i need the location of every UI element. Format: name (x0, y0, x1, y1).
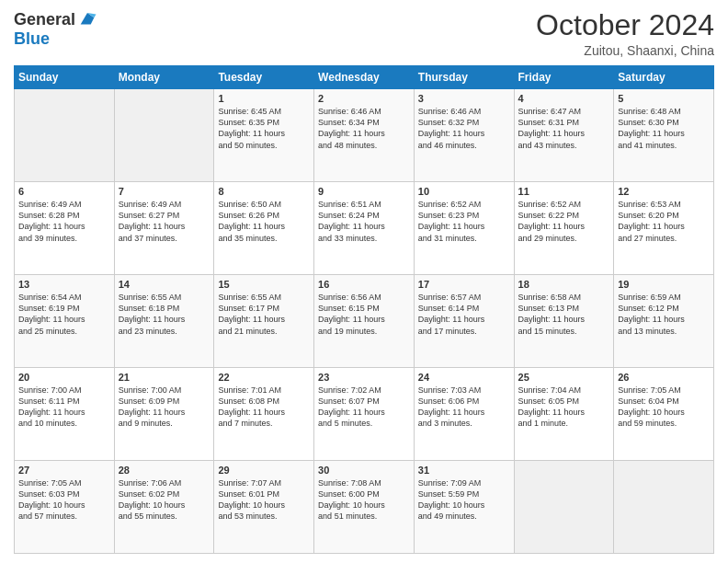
calendar-cell: 26Sunrise: 7:05 AM Sunset: 6:04 PM Dayli… (614, 368, 714, 461)
calendar-cell: 31Sunrise: 7:09 AM Sunset: 5:59 PM Dayli… (414, 461, 514, 554)
calendar-cell: 1Sunrise: 6:45 AM Sunset: 6:35 PM Daylig… (214, 89, 314, 182)
calendar-weekday: Thursday (414, 66, 514, 89)
day-number: 11 (518, 186, 610, 197)
day-info: Sunrise: 7:00 AM Sunset: 6:11 PM Dayligh… (18, 385, 110, 430)
calendar-cell: 12Sunrise: 6:53 AM Sunset: 6:20 PM Dayli… (614, 182, 714, 275)
calendar-weekday: Wednesday (314, 66, 415, 89)
calendar-weekday: Saturday (614, 66, 714, 89)
day-number: 5 (618, 93, 710, 104)
title-block: October 2024 Zuitou, Shaanxi, China (536, 9, 714, 58)
day-info: Sunrise: 6:46 AM Sunset: 6:32 PM Dayligh… (418, 106, 510, 151)
day-info: Sunrise: 6:58 AM Sunset: 6:13 PM Dayligh… (518, 292, 610, 337)
calendar-week-row: 27Sunrise: 7:05 AM Sunset: 6:03 PM Dayli… (15, 461, 714, 554)
day-info: Sunrise: 6:55 AM Sunset: 6:18 PM Dayligh… (119, 292, 210, 337)
calendar-week-row: 6Sunrise: 6:49 AM Sunset: 6:28 PM Daylig… (15, 182, 714, 275)
day-info: Sunrise: 7:00 AM Sunset: 6:09 PM Dayligh… (119, 385, 210, 430)
calendar-cell: 25Sunrise: 7:04 AM Sunset: 6:05 PM Dayli… (514, 368, 614, 461)
day-number: 16 (318, 279, 410, 290)
calendar-cell: 21Sunrise: 7:00 AM Sunset: 6:09 PM Dayli… (114, 368, 214, 461)
calendar-cell (114, 89, 214, 182)
calendar-cell (15, 89, 115, 182)
logo-general: General (14, 10, 75, 29)
day-info: Sunrise: 6:53 AM Sunset: 6:20 PM Dayligh… (618, 199, 710, 244)
day-number: 29 (218, 465, 310, 476)
calendar-cell: 15Sunrise: 6:55 AM Sunset: 6:17 PM Dayli… (214, 275, 314, 368)
calendar-cell: 24Sunrise: 7:03 AM Sunset: 6:06 PM Dayli… (414, 368, 514, 461)
calendar-cell: 11Sunrise: 6:52 AM Sunset: 6:22 PM Dayli… (514, 182, 614, 275)
day-info: Sunrise: 6:59 AM Sunset: 6:12 PM Dayligh… (618, 292, 710, 337)
calendar-cell: 10Sunrise: 6:52 AM Sunset: 6:23 PM Dayli… (414, 182, 514, 275)
day-number: 24 (418, 372, 510, 383)
calendar-cell: 2Sunrise: 6:46 AM Sunset: 6:34 PM Daylig… (314, 89, 415, 182)
day-info: Sunrise: 6:52 AM Sunset: 6:23 PM Dayligh… (418, 199, 510, 244)
calendar-cell (514, 461, 614, 554)
day-number: 6 (18, 186, 110, 197)
day-info: Sunrise: 6:48 AM Sunset: 6:30 PM Dayligh… (618, 106, 710, 151)
logo: General Blue (14, 9, 97, 49)
day-info: Sunrise: 6:45 AM Sunset: 6:35 PM Dayligh… (218, 106, 310, 151)
calendar-week-row: 20Sunrise: 7:00 AM Sunset: 6:11 PM Dayli… (15, 368, 714, 461)
day-info: Sunrise: 6:54 AM Sunset: 6:19 PM Dayligh… (18, 292, 110, 337)
calendar-cell: 20Sunrise: 7:00 AM Sunset: 6:11 PM Dayli… (15, 368, 115, 461)
calendar-cell: 23Sunrise: 7:02 AM Sunset: 6:07 PM Dayli… (314, 368, 415, 461)
calendar-table: SundayMondayTuesdayWednesdayThursdayFrid… (14, 65, 714, 554)
calendar-weekday: Friday (514, 66, 614, 89)
day-number: 1 (218, 93, 310, 104)
day-number: 9 (318, 186, 410, 197)
day-info: Sunrise: 6:49 AM Sunset: 6:27 PM Dayligh… (119, 199, 210, 244)
calendar-cell: 4Sunrise: 6:47 AM Sunset: 6:31 PM Daylig… (514, 89, 614, 182)
day-number: 25 (518, 372, 610, 383)
calendar-week-row: 13Sunrise: 6:54 AM Sunset: 6:19 PM Dayli… (15, 275, 714, 368)
calendar-cell: 29Sunrise: 7:07 AM Sunset: 6:01 PM Dayli… (214, 461, 314, 554)
main-title: October 2024 (536, 9, 714, 41)
day-number: 4 (518, 93, 610, 104)
day-info: Sunrise: 6:46 AM Sunset: 6:34 PM Dayligh… (318, 106, 410, 151)
day-number: 23 (318, 372, 410, 383)
day-info: Sunrise: 7:05 AM Sunset: 6:03 PM Dayligh… (18, 477, 110, 523)
day-info: Sunrise: 6:55 AM Sunset: 6:17 PM Dayligh… (218, 292, 310, 337)
day-number: 22 (218, 372, 310, 383)
day-info: Sunrise: 6:56 AM Sunset: 6:15 PM Dayligh… (318, 292, 410, 337)
calendar-cell: 16Sunrise: 6:56 AM Sunset: 6:15 PM Dayli… (314, 275, 415, 368)
header: General Blue October 2024 Zuitou, Shaanx… (14, 9, 714, 58)
day-info: Sunrise: 7:09 AM Sunset: 5:59 PM Dayligh… (418, 477, 510, 523)
day-info: Sunrise: 7:07 AM Sunset: 6:01 PM Dayligh… (218, 477, 310, 523)
calendar-cell: 8Sunrise: 6:50 AM Sunset: 6:26 PM Daylig… (214, 182, 314, 275)
day-number: 31 (418, 465, 510, 476)
day-number: 28 (119, 465, 210, 476)
calendar-weekday: Monday (114, 66, 214, 89)
subtitle: Zuitou, Shaanxi, China (536, 43, 714, 58)
day-number: 2 (318, 93, 410, 104)
day-info: Sunrise: 6:52 AM Sunset: 6:22 PM Dayligh… (518, 199, 610, 244)
day-info: Sunrise: 6:51 AM Sunset: 6:24 PM Dayligh… (318, 199, 410, 244)
day-number: 17 (418, 279, 510, 290)
calendar-cell: 30Sunrise: 7:08 AM Sunset: 6:00 PM Dayli… (314, 461, 415, 554)
calendar-cell: 13Sunrise: 6:54 AM Sunset: 6:19 PM Dayli… (15, 275, 115, 368)
day-info: Sunrise: 7:06 AM Sunset: 6:02 PM Dayligh… (119, 477, 210, 523)
day-number: 15 (218, 279, 310, 290)
day-number: 27 (18, 465, 110, 476)
day-number: 10 (418, 186, 510, 197)
day-number: 21 (119, 372, 210, 383)
logo-blue: Blue (14, 29, 50, 49)
calendar-week-row: 1Sunrise: 6:45 AM Sunset: 6:35 PM Daylig… (15, 89, 714, 182)
day-number: 30 (318, 465, 410, 476)
calendar-cell: 18Sunrise: 6:58 AM Sunset: 6:13 PM Dayli… (514, 275, 614, 368)
day-info: Sunrise: 6:49 AM Sunset: 6:28 PM Dayligh… (18, 199, 110, 244)
calendar-header-row: SundayMondayTuesdayWednesdayThursdayFrid… (15, 66, 714, 89)
calendar-cell: 14Sunrise: 6:55 AM Sunset: 6:18 PM Dayli… (114, 275, 214, 368)
calendar-cell: 28Sunrise: 7:06 AM Sunset: 6:02 PM Dayli… (114, 461, 214, 554)
day-number: 18 (518, 279, 610, 290)
day-number: 3 (418, 93, 510, 104)
day-info: Sunrise: 6:50 AM Sunset: 6:26 PM Dayligh… (218, 199, 310, 244)
day-number: 26 (618, 372, 710, 383)
page: General Blue October 2024 Zuitou, Shaanx… (0, 0, 728, 563)
day-number: 19 (618, 279, 710, 290)
calendar-weekday: Tuesday (214, 66, 314, 89)
calendar-cell: 6Sunrise: 6:49 AM Sunset: 6:28 PM Daylig… (15, 182, 115, 275)
calendar-cell: 17Sunrise: 6:57 AM Sunset: 6:14 PM Dayli… (414, 275, 514, 368)
calendar-cell: 9Sunrise: 6:51 AM Sunset: 6:24 PM Daylig… (314, 182, 415, 275)
day-number: 13 (18, 279, 110, 290)
day-info: Sunrise: 7:05 AM Sunset: 6:04 PM Dayligh… (618, 385, 710, 430)
calendar-cell: 7Sunrise: 6:49 AM Sunset: 6:27 PM Daylig… (114, 182, 214, 275)
